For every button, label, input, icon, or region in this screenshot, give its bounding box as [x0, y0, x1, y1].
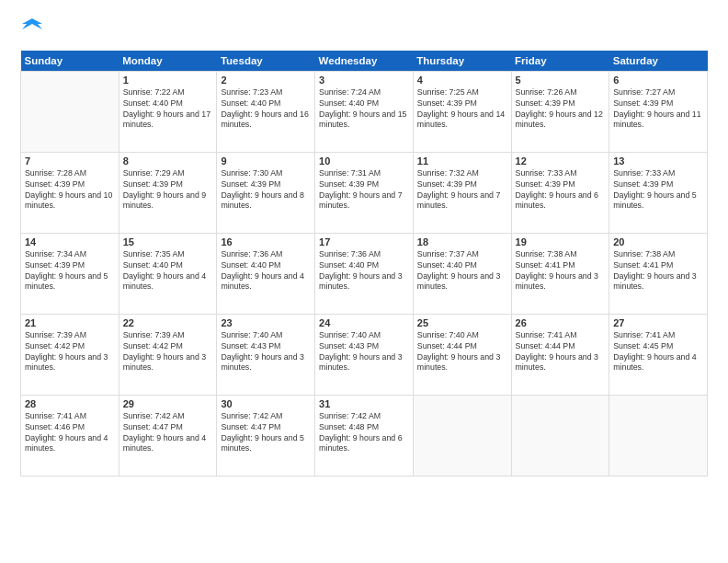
calendar-cell: 12Sunrise: 7:33 AM Sunset: 4:39 PM Dayli… [511, 152, 609, 233]
day-info: Sunrise: 7:41 AM Sunset: 4:45 PM Dayligh… [613, 330, 703, 374]
calendar-cell: 24Sunrise: 7:40 AM Sunset: 4:43 PM Dayli… [315, 314, 414, 395]
calendar-cell: 27Sunrise: 7:41 AM Sunset: 4:45 PM Dayli… [609, 314, 708, 395]
header-thursday: Thursday [413, 51, 511, 72]
calendar-cell: 3Sunrise: 7:24 AM Sunset: 4:40 PM Daylig… [315, 71, 414, 152]
day-number: 3 [319, 75, 409, 86]
calendar-week-row: 1Sunrise: 7:22 AM Sunset: 4:40 PM Daylig… [21, 71, 708, 152]
header-tuesday: Tuesday [217, 51, 315, 72]
day-number: 27 [613, 317, 703, 328]
calendar-cell: 9Sunrise: 7:30 AM Sunset: 4:39 PM Daylig… [217, 152, 315, 233]
calendar-cell: 1Sunrise: 7:22 AM Sunset: 4:40 PM Daylig… [119, 71, 217, 152]
calendar-cell [21, 71, 119, 152]
logo [20, 17, 42, 41]
day-info: Sunrise: 7:40 AM Sunset: 4:43 PM Dayligh… [319, 330, 409, 374]
calendar-table: Sunday Monday Tuesday Wednesday Thursday… [20, 51, 708, 477]
header-saturday: Saturday [609, 51, 708, 72]
day-info: Sunrise: 7:36 AM Sunset: 4:40 PM Dayligh… [221, 249, 311, 293]
day-info: Sunrise: 7:34 AM Sunset: 4:39 PM Dayligh… [25, 249, 115, 293]
calendar-cell: 20Sunrise: 7:38 AM Sunset: 4:41 PM Dayli… [609, 233, 708, 314]
day-info: Sunrise: 7:30 AM Sunset: 4:39 PM Dayligh… [221, 168, 311, 213]
day-number: 6 [613, 75, 703, 86]
day-info: Sunrise: 7:41 AM Sunset: 4:46 PM Dayligh… [25, 411, 115, 455]
day-number: 23 [221, 317, 311, 328]
day-number: 24 [319, 317, 409, 328]
calendar-week-row: 21Sunrise: 7:39 AM Sunset: 4:42 PM Dayli… [21, 314, 708, 395]
day-info: Sunrise: 7:40 AM Sunset: 4:43 PM Dayligh… [221, 330, 311, 374]
day-number: 26 [516, 317, 606, 328]
day-info: Sunrise: 7:24 AM Sunset: 4:40 PM Dayligh… [319, 87, 409, 132]
day-number: 8 [123, 155, 213, 167]
calendar-cell: 5Sunrise: 7:26 AM Sunset: 4:39 PM Daylig… [511, 71, 609, 152]
day-info: Sunrise: 7:42 AM Sunset: 4:48 PM Dayligh… [319, 411, 409, 455]
calendar-cell: 16Sunrise: 7:36 AM Sunset: 4:40 PM Dayli… [217, 233, 315, 314]
day-info: Sunrise: 7:28 AM Sunset: 4:39 PM Dayligh… [25, 168, 115, 213]
day-number: 19 [516, 236, 606, 247]
calendar-week-row: 7Sunrise: 7:28 AM Sunset: 4:39 PM Daylig… [21, 152, 708, 233]
day-number: 11 [417, 155, 507, 167]
day-number: 17 [319, 236, 409, 247]
day-number: 29 [123, 398, 213, 409]
day-info: Sunrise: 7:22 AM Sunset: 4:40 PM Dayligh… [123, 87, 213, 132]
day-info: Sunrise: 7:36 AM Sunset: 4:40 PM Dayligh… [319, 249, 409, 293]
day-info: Sunrise: 7:39 AM Sunset: 4:42 PM Dayligh… [25, 330, 115, 374]
calendar-week-row: 28Sunrise: 7:41 AM Sunset: 4:46 PM Dayli… [21, 395, 708, 476]
calendar-cell: 19Sunrise: 7:38 AM Sunset: 4:41 PM Dayli… [511, 233, 609, 314]
day-info: Sunrise: 7:32 AM Sunset: 4:39 PM Dayligh… [417, 168, 507, 213]
day-number: 1 [123, 75, 213, 86]
calendar-cell: 4Sunrise: 7:25 AM Sunset: 4:39 PM Daylig… [413, 71, 511, 152]
header-monday: Monday [119, 51, 217, 72]
weekday-header-row: Sunday Monday Tuesday Wednesday Thursday… [21, 51, 708, 72]
day-info: Sunrise: 7:35 AM Sunset: 4:40 PM Dayligh… [123, 249, 213, 293]
day-number: 21 [25, 317, 115, 328]
day-info: Sunrise: 7:26 AM Sunset: 4:39 PM Dayligh… [516, 87, 606, 132]
calendar-cell: 15Sunrise: 7:35 AM Sunset: 4:40 PM Dayli… [119, 233, 217, 314]
day-info: Sunrise: 7:40 AM Sunset: 4:44 PM Dayligh… [417, 330, 507, 374]
day-number: 20 [613, 236, 703, 247]
calendar-cell: 25Sunrise: 7:40 AM Sunset: 4:44 PM Dayli… [413, 314, 511, 395]
day-number: 10 [319, 155, 409, 167]
logo-text [20, 17, 42, 41]
calendar-week-row: 14Sunrise: 7:34 AM Sunset: 4:39 PM Dayli… [21, 233, 708, 314]
header-friday: Friday [511, 51, 609, 72]
day-number: 5 [516, 75, 606, 86]
calendar-cell: 31Sunrise: 7:42 AM Sunset: 4:48 PM Dayli… [315, 395, 414, 476]
calendar-cell [609, 395, 708, 476]
calendar-cell: 18Sunrise: 7:37 AM Sunset: 4:40 PM Dayli… [413, 233, 511, 314]
calendar-cell: 28Sunrise: 7:41 AM Sunset: 4:46 PM Dayli… [21, 395, 119, 476]
day-info: Sunrise: 7:33 AM Sunset: 4:39 PM Dayligh… [516, 168, 606, 213]
logo-bird-icon [22, 17, 42, 37]
day-info: Sunrise: 7:38 AM Sunset: 4:41 PM Dayligh… [516, 249, 606, 293]
day-number: 28 [25, 398, 115, 409]
day-number: 15 [123, 236, 213, 247]
day-info: Sunrise: 7:33 AM Sunset: 4:39 PM Dayligh… [613, 168, 703, 213]
day-number: 30 [221, 398, 311, 409]
day-number: 12 [516, 155, 606, 167]
calendar-cell: 6Sunrise: 7:27 AM Sunset: 4:39 PM Daylig… [609, 71, 708, 152]
day-info: Sunrise: 7:37 AM Sunset: 4:40 PM Dayligh… [417, 249, 507, 293]
day-info: Sunrise: 7:42 AM Sunset: 4:47 PM Dayligh… [221, 411, 311, 455]
calendar-cell: 22Sunrise: 7:39 AM Sunset: 4:42 PM Dayli… [119, 314, 217, 395]
calendar-cell: 2Sunrise: 7:23 AM Sunset: 4:40 PM Daylig… [217, 71, 315, 152]
day-number: 9 [221, 155, 311, 167]
calendar-cell: 17Sunrise: 7:36 AM Sunset: 4:40 PM Dayli… [315, 233, 414, 314]
day-info: Sunrise: 7:38 AM Sunset: 4:41 PM Dayligh… [613, 249, 703, 293]
header-wednesday: Wednesday [315, 51, 414, 72]
svg-marker-0 [22, 18, 42, 29]
calendar-cell: 30Sunrise: 7:42 AM Sunset: 4:47 PM Dayli… [217, 395, 315, 476]
header-sunday: Sunday [21, 51, 119, 72]
day-number: 31 [319, 398, 409, 409]
calendar-cell: 10Sunrise: 7:31 AM Sunset: 4:39 PM Dayli… [315, 152, 414, 233]
day-number: 18 [417, 236, 507, 247]
calendar-cell [511, 395, 609, 476]
calendar-cell: 29Sunrise: 7:42 AM Sunset: 4:47 PM Dayli… [119, 395, 217, 476]
calendar-cell: 23Sunrise: 7:40 AM Sunset: 4:43 PM Dayli… [217, 314, 315, 395]
calendar-cell: 11Sunrise: 7:32 AM Sunset: 4:39 PM Dayli… [413, 152, 511, 233]
day-number: 4 [417, 75, 507, 86]
calendar-cell: 21Sunrise: 7:39 AM Sunset: 4:42 PM Dayli… [21, 314, 119, 395]
day-number: 2 [221, 75, 311, 86]
day-info: Sunrise: 7:42 AM Sunset: 4:47 PM Dayligh… [123, 411, 213, 455]
page: Sunday Monday Tuesday Wednesday Thursday… [0, 0, 728, 563]
day-info: Sunrise: 7:25 AM Sunset: 4:39 PM Dayligh… [417, 87, 507, 132]
day-number: 7 [25, 155, 115, 167]
day-info: Sunrise: 7:39 AM Sunset: 4:42 PM Dayligh… [123, 330, 213, 374]
